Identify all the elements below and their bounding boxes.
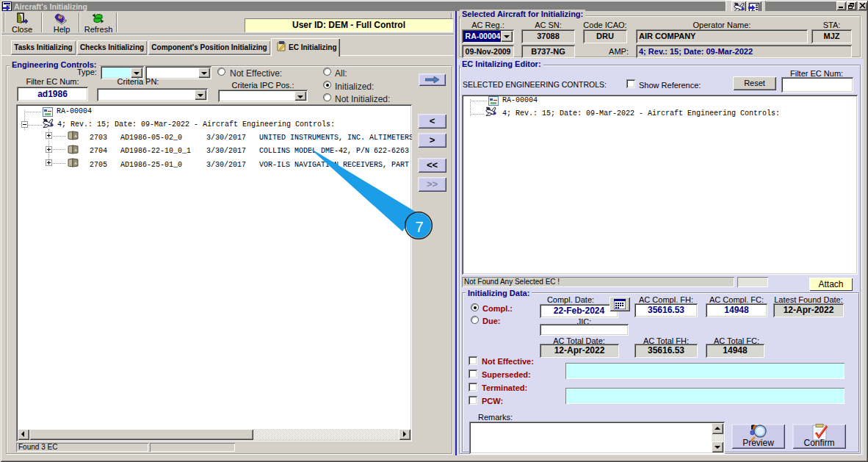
svg-text:?: ? xyxy=(59,15,62,20)
svg-text:7: 7 xyxy=(415,219,423,235)
